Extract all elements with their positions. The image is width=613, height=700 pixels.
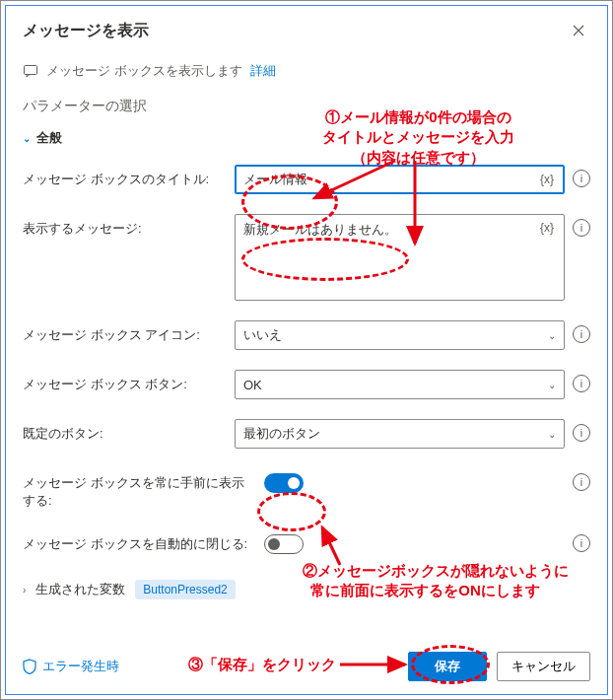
on-error-link[interactable]: エラー発生時: [23, 658, 119, 675]
field-default-label: 既定のボタン:: [23, 419, 225, 443]
field-message-input[interactable]: 新規メールはありません。 {x}: [235, 214, 565, 301]
info-text: メッセージ ボックスを表示します: [46, 62, 242, 80]
field-title-label: メッセージ ボックスのタイトル:: [23, 165, 225, 188]
field-title-value: メール情報: [243, 171, 538, 188]
save-button[interactable]: 保存: [408, 652, 487, 681]
fx-button[interactable]: {x}: [538, 173, 556, 186]
field-buttons-value: OK: [243, 378, 548, 392]
section-general-toggle[interactable]: ⌄ 全般: [23, 129, 590, 147]
info-icon[interactable]: i: [573, 375, 590, 392]
info-icon[interactable]: i: [573, 534, 590, 552]
generated-vars-label: 生成された変数: [35, 581, 125, 598]
field-icon-label: メッセージ ボックス アイコン:: [23, 320, 225, 344]
field-title-input[interactable]: メール情報 {x}: [235, 165, 565, 194]
message-icon: [23, 63, 38, 79]
info-icon[interactable]: i: [573, 325, 590, 343]
variable-pill[interactable]: ButtonPressed2: [135, 580, 235, 599]
on-error-label: エラー発生時: [42, 658, 119, 675]
info-icon[interactable]: i: [573, 170, 590, 187]
shield-icon: [23, 659, 36, 674]
field-buttons-select[interactable]: OK ⌄: [235, 370, 565, 399]
info-icon[interactable]: i: [573, 473, 590, 491]
fx-button[interactable]: {x}: [538, 221, 556, 235]
info-bar: メッセージ ボックスを表示します 詳細: [23, 60, 590, 94]
section-title: パラメーターの選択: [23, 98, 590, 115]
info-icon[interactable]: i: [573, 219, 590, 237]
chevron-down-icon: ⌄: [548, 429, 556, 440]
field-autoclose-label: メッセージ ボックスを自動的に閉じる:: [23, 529, 254, 553]
field-default-select[interactable]: 最初のボタン ⌄: [235, 419, 565, 449]
field-icon-value: いいえ: [243, 326, 548, 344]
details-link[interactable]: 詳細: [250, 62, 276, 80]
svg-rect-0: [25, 66, 37, 75]
chevron-right-icon: ›: [23, 585, 26, 595]
field-message-value: 新規メールはありません。: [243, 221, 538, 239]
field-message-label: 表示するメッセージ:: [23, 214, 225, 238]
chevron-down-icon: ⌄: [548, 330, 556, 341]
field-buttons-label: メッセージ ボックス ボタン:: [23, 370, 225, 393]
close-button[interactable]: [567, 19, 590, 42]
always-front-toggle[interactable]: [264, 473, 304, 493]
generated-vars-toggle[interactable]: › 生成された変数 ButtonPressed2: [23, 580, 590, 599]
field-alwaysfront-label: メッセージ ボックスを常に手前に表示する:: [23, 468, 254, 510]
chevron-down-icon: ⌄: [23, 133, 31, 144]
dialog-title: メッセージを表示: [23, 21, 149, 41]
section-general-label: 全般: [36, 129, 62, 147]
auto-close-toggle[interactable]: [264, 534, 304, 554]
cancel-button[interactable]: キャンセル: [497, 652, 590, 681]
field-default-value: 最初のボタン: [243, 425, 548, 443]
info-icon[interactable]: i: [573, 424, 590, 442]
field-icon-select[interactable]: いいえ ⌄: [235, 320, 565, 350]
close-icon: [573, 25, 584, 36]
chevron-down-icon: ⌄: [548, 380, 556, 390]
